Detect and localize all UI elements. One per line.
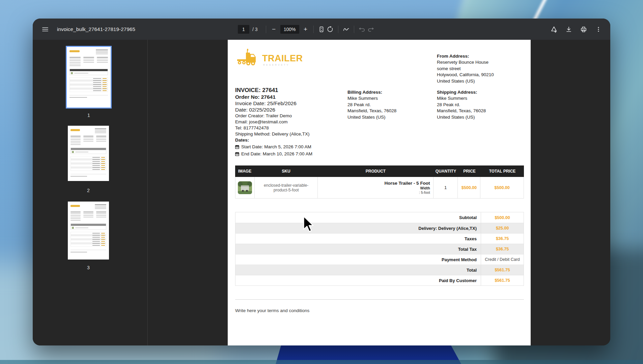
toolbar-divider bbox=[354, 26, 354, 33]
thumbnail-3[interactable]: 3 bbox=[68, 202, 109, 270]
item-total-price: $500.00 bbox=[495, 185, 510, 190]
column-header-price: PRICE bbox=[458, 165, 481, 177]
invoice-number: INVOICE: 27641 bbox=[235, 87, 350, 94]
totals-value: $36.75 bbox=[481, 234, 524, 244]
item-attribute-label: Width bbox=[420, 186, 430, 190]
shipping-address-block: Shipping Address: Mike Summers 28 Peak r… bbox=[437, 89, 525, 120]
toolbar-divider bbox=[266, 26, 266, 33]
column-header-image: IMAGE bbox=[235, 165, 254, 177]
address-line: Mansfield, Texas, 76028 bbox=[437, 108, 525, 114]
from-address-label: From Address: bbox=[437, 53, 525, 59]
wallpaper-shape bbox=[0, 360, 643, 364]
email: Email: jose@testmail.com bbox=[235, 119, 350, 125]
billing-address-block: Billing Address: Mike Summers 28 Peak rd… bbox=[347, 89, 435, 120]
totals-value: $561.75 bbox=[481, 275, 524, 285]
page-number-input[interactable] bbox=[238, 25, 249, 34]
address-line: Reservety Bounce House bbox=[437, 59, 525, 66]
add-to-drive-icon[interactable] bbox=[550, 25, 558, 34]
terms-divider bbox=[235, 299, 524, 300]
product-image bbox=[238, 181, 252, 194]
totals-row-subtotal: Subtotal $500.00 bbox=[235, 212, 524, 223]
address-line: Holywood, California, 90210 bbox=[437, 72, 525, 78]
start-date: Start Date: March 5, 2026 7:00 AM bbox=[241, 143, 311, 150]
calendar-icon bbox=[235, 145, 239, 149]
address-line: United States (US) bbox=[437, 114, 525, 121]
totals-label: Paid By Customer bbox=[235, 275, 481, 285]
totals-value: $25.00 bbox=[481, 223, 524, 233]
thumbnail-1[interactable]: 1 bbox=[66, 46, 112, 118]
thumbnail-1-preview bbox=[66, 46, 112, 109]
logo-brand-text: TRAILER bbox=[262, 54, 303, 63]
address-line: United States (US) bbox=[437, 78, 525, 85]
address-line: 28 Peak rd. bbox=[347, 102, 435, 108]
document-title: invoice_bulk_27641-27819-27965 bbox=[57, 26, 135, 32]
column-header-total-price: TOTAL PRICE bbox=[481, 165, 524, 177]
totals-label: Payment Method bbox=[235, 254, 481, 265]
invoice-date: Invoice Date: 25/Feb/2026 bbox=[235, 100, 350, 107]
billing-address-label: Billing Address: bbox=[347, 89, 435, 95]
calendar-icon bbox=[235, 152, 239, 156]
column-header-product: PRODUCT bbox=[318, 165, 434, 177]
item-product-name: Horse Trailer - 5 Foot bbox=[385, 180, 430, 186]
more-options-icon[interactable] bbox=[594, 25, 603, 34]
shipping-method: Shipping Method: Delivery (Alice,TX) bbox=[235, 131, 350, 137]
item-price: $500.00 bbox=[462, 185, 477, 190]
invoice-page: TRAILER RESERVETY From Address: Reservet… bbox=[228, 40, 531, 345]
undo-icon[interactable] bbox=[358, 25, 366, 34]
annotate-icon[interactable] bbox=[342, 25, 351, 34]
logo-sub-text: RESERVETY bbox=[262, 64, 303, 66]
rotate-icon[interactable] bbox=[326, 25, 335, 34]
totals-table: Subtotal $500.00 Delivery: Delivery (Ali… bbox=[235, 212, 524, 286]
zoom-out-button[interactable]: − bbox=[270, 25, 278, 34]
address-line: Mike Summers bbox=[437, 95, 525, 102]
zoom-in-button[interactable]: + bbox=[301, 25, 310, 34]
thumbnail-1-label: 1 bbox=[87, 113, 90, 118]
column-header-sku: SKU bbox=[254, 165, 318, 177]
menu-icon[interactable] bbox=[41, 25, 50, 34]
invoice-details: INVOICE: 27641 Order No: 27641 Invoice D… bbox=[235, 87, 350, 157]
item-attribute-value: : 5-foot bbox=[419, 190, 430, 195]
item-sku: enclosed-trailer-variable-product-5-foot bbox=[259, 183, 313, 192]
pdf-toolbar: invoice_bulk_27641-27819-27965 / 3 − 100… bbox=[33, 19, 610, 40]
thumbnail-2-label: 2 bbox=[87, 188, 90, 193]
zoom-level[interactable]: 100% bbox=[280, 25, 299, 34]
totals-label: Total Tax bbox=[235, 244, 481, 254]
thumbnail-3-label: 3 bbox=[87, 265, 90, 270]
totals-row-total-tax: Total Tax $36.75 bbox=[235, 244, 524, 254]
shipping-address-label: Shipping Address: bbox=[437, 89, 525, 95]
item-quantity: 1 bbox=[444, 185, 447, 190]
download-icon[interactable] bbox=[564, 25, 573, 34]
table-row: enclosed-trailer-variable-product-5-foot… bbox=[235, 177, 524, 199]
totals-value: $500.00 bbox=[481, 212, 524, 223]
order-number: Order No: 27641 bbox=[235, 94, 350, 100]
telephone: Tel: 8177742478 bbox=[235, 125, 350, 131]
thumbnail-sidebar: 1 bbox=[33, 40, 147, 345]
truck-icon bbox=[236, 48, 261, 67]
address-line: 28 Peak rd. bbox=[437, 102, 525, 108]
totals-value: $561.75 bbox=[481, 265, 524, 275]
screen: invoice_bulk_27641-27819-27965 / 3 − 100… bbox=[0, 0, 643, 364]
toolbar-divider bbox=[313, 26, 314, 33]
totals-label: Delivery: Delivery (Alice,TX) bbox=[235, 223, 481, 233]
thumbnail-2[interactable]: 2 bbox=[68, 126, 109, 193]
company-logo: TRAILER RESERVETY bbox=[236, 48, 303, 67]
address-line: Mansfield, Texas, 76028 bbox=[347, 108, 435, 114]
items-table-header: IMAGE SKU PRODUCT QUANTITY PRICE TOTAL P… bbox=[235, 165, 524, 177]
toolbar-divider bbox=[338, 26, 338, 33]
totals-value: $36.75 bbox=[481, 244, 524, 254]
document-area: TRAILER RESERVETY From Address: Reservet… bbox=[147, 40, 610, 345]
totals-row-payment-method: Payment Method Credit / Debit Card bbox=[235, 254, 524, 265]
redo-icon[interactable] bbox=[366, 25, 375, 34]
totals-label: Taxes bbox=[235, 234, 481, 244]
totals-value: Credit / Debit Card bbox=[481, 254, 524, 265]
terms-text: Write here your terms and conditions bbox=[235, 308, 309, 313]
print-icon[interactable] bbox=[579, 25, 588, 34]
column-header-quantity: QUANTITY bbox=[434, 165, 458, 177]
totals-label: Total bbox=[235, 265, 481, 275]
address-line: United States (US) bbox=[347, 114, 435, 121]
totals-label: Subtotal bbox=[235, 212, 481, 223]
totals-row-total: Total $561.75 bbox=[235, 265, 524, 275]
address-line: some street bbox=[437, 66, 525, 72]
fit-page-icon[interactable] bbox=[317, 25, 326, 34]
totals-row-taxes: Taxes $36.75 bbox=[235, 233, 524, 244]
